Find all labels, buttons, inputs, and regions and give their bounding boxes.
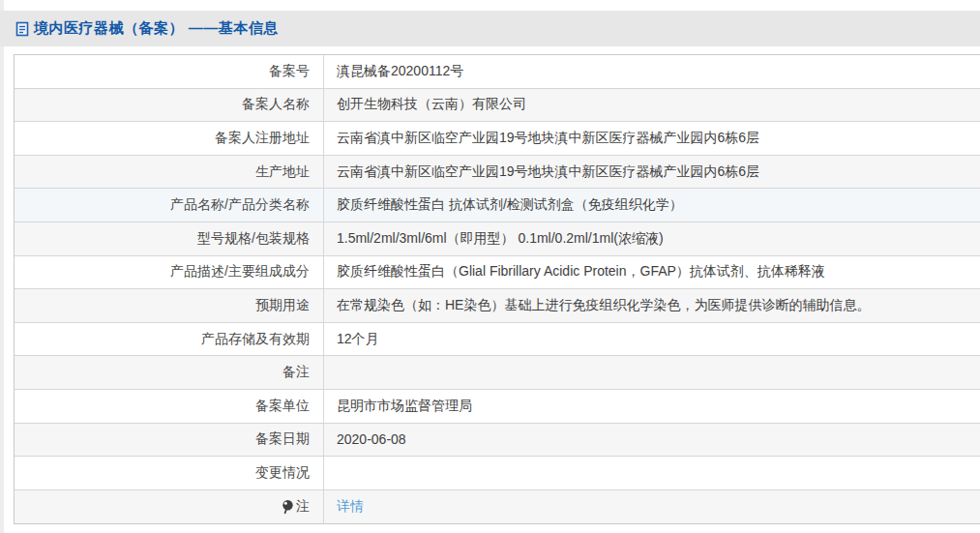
- row-label: 备案人注册地址: [215, 130, 310, 147]
- row-value-cell: 详情: [324, 490, 980, 524]
- page-left-margin: [0, 0, 4, 533]
- row-value: 云南省滇中新区临空产业园19号地块滇中新区医疗器械产业园内6栋6层: [337, 163, 759, 181]
- row-value: 胶质纤维酸性蛋白（Glial Fibrillary Acidic Protein…: [337, 263, 825, 281]
- row-label-cell: 型号规格/包装规格: [15, 222, 324, 255]
- row-label: 备案单位: [255, 398, 310, 415]
- row-label-cell: 产品存储及有效期: [15, 323, 324, 356]
- row-value-cell: [324, 457, 980, 489]
- table-row: 型号规格/包装规格 1.5ml/2ml/3ml/6ml（即用型） 0.1ml/0…: [15, 222, 980, 256]
- row-value-cell: 昆明市市场监督管理局: [324, 390, 980, 423]
- row-value: 昆明市市场监督管理局: [337, 398, 472, 415]
- row-label-cell: 变更情况: [15, 457, 324, 489]
- row-value-cell: 1.5ml/2ml/3ml/6ml（即用型） 0.1ml/0.2ml/1ml(浓…: [324, 222, 980, 255]
- row-label-cell: 备案单位: [15, 390, 324, 423]
- row-value: 在常规染色（如：HE染色）基础上进行免疫组织化学染色，为医师提供诊断的辅助信息。: [337, 297, 870, 314]
- row-label-cell: 预期用途: [15, 289, 324, 322]
- table-row: 产品存储及有效期 12个月: [15, 323, 980, 357]
- table-row: 备注: [15, 356, 980, 390]
- row-label-cell: 生产地址: [15, 156, 324, 189]
- table-row: 注 详情: [15, 490, 980, 524]
- row-value-cell: 胶质纤维酸性蛋白 抗体试剂/检测试剂盒（免疫组织化学）: [324, 189, 980, 222]
- row-value: 1.5ml/2ml/3ml/6ml（即用型） 0.1ml/0.2ml/1ml(浓…: [337, 230, 664, 248]
- table-row: 备案日期 2020-06-08: [15, 424, 980, 458]
- basic-info-table: 备案号 滇昆械备20200112号 备案人名称 创开生物科技（云南）有限公司: [14, 54, 980, 524]
- row-value-cell: 滇昆械备20200112号: [324, 55, 980, 88]
- row-value: 2020-06-08: [337, 431, 406, 447]
- row-value: 滇昆械备20200112号: [337, 63, 463, 80]
- row-label: 产品名称/产品分类名称: [170, 196, 310, 214]
- bulb-icon: [282, 499, 294, 515]
- row-label: 备案日期: [255, 430, 310, 448]
- document-icon: [15, 21, 29, 37]
- row-label-cell: 备注: [15, 356, 324, 389]
- detail-link[interactable]: 详情: [337, 498, 364, 516]
- row-value-cell: 2020-06-08: [324, 424, 980, 457]
- row-label: 生产地址: [255, 163, 310, 181]
- table-row: 预期用途 在常规染色（如：HE染色）基础上进行免疫组织化学染色，为医师提供诊断的…: [15, 289, 980, 323]
- table-row: 生产地址 云南省滇中新区临空产业园19号地块滇中新区医疗器械产业园内6栋6层: [15, 156, 980, 190]
- row-value-cell: 胶质纤维酸性蛋白（Glial Fibrillary Acidic Protein…: [324, 256, 980, 289]
- row-value-cell: 云南省滇中新区临空产业园19号地块滇中新区医疗器械产业园内6栋6层: [324, 122, 980, 155]
- row-label-cell: 备案日期: [15, 424, 324, 457]
- row-value-cell: 12个月: [324, 323, 980, 356]
- row-label: 产品存储及有效期: [201, 331, 310, 348]
- table-row: 备案人注册地址 云南省滇中新区临空产业园19号地块滇中新区医疗器械产业园内6栋6…: [15, 122, 980, 156]
- table-row: 产品描述/主要组成成分 胶质纤维酸性蛋白（Glial Fibrillary Ac…: [15, 256, 980, 290]
- row-label-cell: 备案人名称: [15, 89, 324, 122]
- row-label: 注: [296, 498, 310, 516]
- row-label-cell: 产品描述/主要组成成分: [15, 256, 324, 289]
- table-row: 备案号 滇昆械备20200112号: [15, 55, 980, 89]
- table-row: 变更情况: [15, 457, 980, 490]
- row-value-cell: 云南省滇中新区临空产业园19号地块滇中新区医疗器械产业园内6栋6层: [324, 156, 980, 189]
- row-label: 产品描述/主要组成成分: [170, 263, 310, 281]
- section-header: 境内医疗器械（备案） ——基本信息: [0, 11, 980, 46]
- row-value: 12个月: [337, 331, 379, 348]
- row-value: 胶质纤维酸性蛋白 抗体试剂/检测试剂盒（免疫组织化学）: [337, 196, 683, 214]
- row-label-cell: 产品名称/产品分类名称: [15, 189, 324, 222]
- page-title: 境内医疗器械（备案） ——基本信息: [15, 19, 279, 38]
- row-value: 创开生物科技（云南）有限公司: [337, 96, 526, 113]
- row-label-cell: 备案号: [15, 55, 324, 88]
- row-label: 预期用途: [255, 297, 310, 314]
- table-row: 备案单位 昆明市市场监督管理局: [15, 390, 980, 424]
- row-label: 备注: [282, 364, 310, 381]
- row-label: 变更情况: [255, 464, 310, 482]
- row-value-cell: [324, 356, 980, 389]
- row-value-cell: 在常规染色（如：HE染色）基础上进行免疫组织化学染色，为医师提供诊断的辅助信息。: [324, 289, 980, 322]
- table-row: 备案人名称 创开生物科技（云南）有限公司: [15, 89, 980, 123]
- row-label: 备案号: [269, 63, 310, 80]
- row-value-cell: 创开生物科技（云南）有限公司: [324, 89, 980, 122]
- row-label-cell: 备案人注册地址: [15, 122, 324, 155]
- row-label: 备案人名称: [242, 96, 310, 113]
- table-row: 产品名称/产品分类名称 胶质纤维酸性蛋白 抗体试剂/检测试剂盒（免疫组织化学）: [15, 189, 980, 222]
- page-title-text: 境内医疗器械（备案） ——基本信息: [34, 19, 279, 38]
- row-label-cell: 注: [15, 490, 324, 524]
- row-value: 云南省滇中新区临空产业园19号地块滇中新区医疗器械产业园内6栋6层: [337, 130, 759, 147]
- row-label: 型号规格/包装规格: [197, 230, 310, 248]
